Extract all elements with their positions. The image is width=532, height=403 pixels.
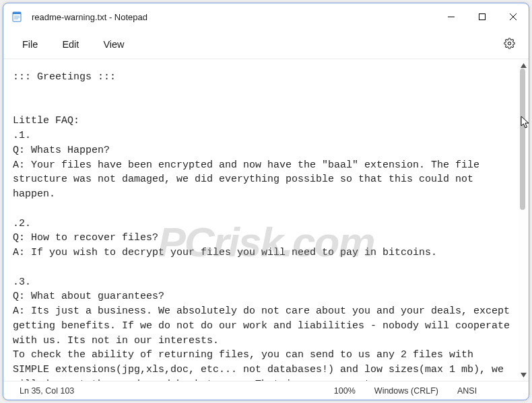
notepad-app-icon <box>11 11 22 22</box>
scroll-thumb[interactable] <box>520 69 525 210</box>
menu-file[interactable]: File <box>10 35 50 54</box>
minimize-button[interactable] <box>436 3 467 30</box>
notepad-window: readme-warning.txt - Notepad File Edit V… <box>3 3 529 400</box>
close-button[interactable] <box>498 3 529 30</box>
gear-icon <box>504 40 515 51</box>
statusbar: Ln 35, Col 103 100% Windows (CRLF) ANSI <box>3 381 529 400</box>
maximize-button[interactable] <box>467 3 498 30</box>
menubar: File Edit View <box>3 30 529 59</box>
vertical-scrollbar[interactable] <box>518 59 529 381</box>
scroll-down-arrow-icon[interactable] <box>520 371 527 378</box>
window-title: readme-warning.txt - Notepad <box>32 12 147 22</box>
scroll-track[interactable] <box>518 69 529 371</box>
scroll-up-arrow-icon[interactable] <box>520 62 527 69</box>
status-encoding: ANSI <box>448 386 522 396</box>
menu-view[interactable]: View <box>91 35 136 54</box>
svg-rect-1 <box>13 12 21 14</box>
editor-area: ::: Greetings ::: Little FAQ: .1. Q: Wha… <box>3 59 529 381</box>
titlebar: readme-warning.txt - Notepad <box>3 3 529 30</box>
svg-point-9 <box>508 42 510 44</box>
settings-button[interactable] <box>497 34 522 56</box>
svg-rect-6 <box>479 14 486 20</box>
menu-edit[interactable]: Edit <box>50 35 91 54</box>
text-editor[interactable]: ::: Greetings ::: Little FAQ: .1. Q: Wha… <box>3 59 518 381</box>
status-zoom: 100% <box>325 386 365 396</box>
status-line-ending: Windows (CRLF) <box>365 386 448 396</box>
status-cursor-position: Ln 35, Col 103 <box>10 386 84 396</box>
